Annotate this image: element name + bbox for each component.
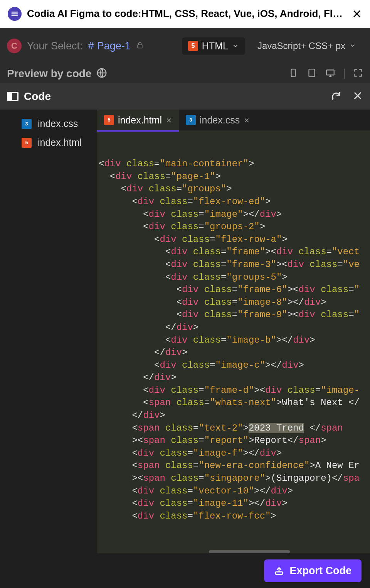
css-file-icon: 3 bbox=[186, 115, 196, 125]
svg-rect-3 bbox=[309, 69, 314, 77]
file-list: 3index.css5index.html bbox=[0, 110, 97, 553]
fullscreen-icon[interactable] bbox=[353, 68, 363, 79]
tabs: 5index.html3index.css bbox=[97, 110, 370, 130]
code-pane: 5index.html3index.css <div class="main-c… bbox=[97, 110, 370, 553]
code-line: <span class="new-era-confidence">A New E… bbox=[99, 460, 370, 472]
code-line: <div class="groups-5"> bbox=[99, 271, 370, 284]
tab-index-css[interactable]: 3index.css bbox=[179, 110, 257, 130]
export-label: Export Code bbox=[289, 565, 352, 577]
tablet-icon[interactable] bbox=[307, 68, 317, 79]
language-label: JavaScript+ CSS+ px bbox=[257, 41, 345, 51]
file-item[interactable]: 5index.html bbox=[0, 133, 97, 152]
app-header: Codia AI Figma to code:HTML, CSS, React,… bbox=[0, 0, 370, 28]
file-name: index.css bbox=[38, 118, 78, 129]
code-panel-header: Code bbox=[0, 83, 370, 110]
code-view[interactable]: <div class="main-container"> <div class=… bbox=[97, 130, 370, 553]
chevron-down-icon bbox=[232, 41, 239, 52]
svg-rect-4 bbox=[326, 70, 334, 75]
code-line: <span class="text-2">2023 Trend </span bbox=[99, 422, 370, 435]
code-panel-title: Code bbox=[24, 90, 51, 103]
code-line: <div class="frame-9"><div class=" bbox=[99, 309, 370, 321]
code-line: <div class="image-b"></div> bbox=[99, 334, 370, 347]
lock-icon[interactable] bbox=[136, 41, 144, 51]
editor: 3index.css5index.html 5index.html3index.… bbox=[0, 110, 370, 553]
close-icon[interactable] bbox=[166, 115, 172, 126]
code-line: <div class="page-1"> bbox=[99, 171, 370, 183]
code-line: ><span class="report">Report</span> bbox=[99, 434, 370, 447]
globe-icon[interactable] bbox=[96, 67, 108, 80]
file-item[interactable]: 3index.css bbox=[0, 114, 97, 133]
app-logo-icon bbox=[8, 7, 22, 21]
code-line: <div class="image-8"></div> bbox=[99, 296, 370, 309]
svg-rect-2 bbox=[291, 69, 296, 77]
language-dropdown[interactable]: JavaScript+ CSS+ px bbox=[251, 37, 363, 54]
code-line: <div class="groups"> bbox=[99, 183, 370, 196]
code-line: <div class="image-c"></div> bbox=[99, 359, 370, 372]
preview-bar: Preview by code bbox=[0, 64, 370, 83]
app-title: Codia AI Figma to code:HTML, CSS, React,… bbox=[27, 8, 346, 20]
code-line: </div> bbox=[99, 372, 370, 384]
mobile-icon[interactable] bbox=[288, 68, 298, 79]
code-line: <div class="frame-6"><div class=" bbox=[99, 284, 370, 296]
panel-icon bbox=[7, 92, 18, 101]
tab-index-html[interactable]: 5index.html bbox=[97, 110, 179, 130]
code-line: </div> bbox=[99, 409, 370, 422]
refresh-icon[interactable] bbox=[331, 90, 341, 103]
code-line: <div class="vector-10"></div> bbox=[99, 485, 370, 498]
html5-icon: 5 bbox=[188, 41, 198, 51]
select-label: Your Select: bbox=[27, 40, 83, 52]
code-line: <div class="frame"><div class="vect bbox=[99, 246, 370, 259]
hash-icon: # bbox=[88, 40, 94, 52]
code-line: </div> bbox=[99, 346, 370, 359]
page-selection[interactable]: # Page-1 bbox=[88, 40, 131, 52]
export-code-button[interactable]: Export Code bbox=[264, 559, 362, 582]
horizontal-scrollbar[interactable] bbox=[209, 550, 290, 553]
framework-label: HTML bbox=[202, 41, 228, 52]
code-line: <div class="flex-row-fcc"> bbox=[99, 510, 370, 523]
avatar[interactable]: C bbox=[7, 39, 22, 53]
page-name: Page-1 bbox=[97, 40, 131, 52]
file-name: index.html bbox=[38, 137, 82, 148]
code-line: <div class="main-container"> bbox=[99, 158, 370, 171]
code-line: </div> bbox=[99, 321, 370, 334]
preview-label: Preview by code bbox=[7, 68, 91, 80]
toolbar: C Your Select: # Page-1 5 HTML JavaScrip… bbox=[0, 28, 370, 64]
html-file-icon: 5 bbox=[104, 115, 114, 125]
framework-dropdown[interactable]: 5 HTML bbox=[182, 37, 245, 55]
code-line: <div class="groups-2"> bbox=[99, 221, 370, 233]
close-icon[interactable] bbox=[352, 8, 362, 19]
tab-label: index.html bbox=[118, 115, 162, 126]
code-line: <div class="flex-row-a"> bbox=[99, 233, 370, 246]
code-line: <div class="frame-3"><div class="ve bbox=[99, 259, 370, 271]
close-icon[interactable] bbox=[244, 115, 250, 126]
chevron-down-icon bbox=[349, 41, 356, 51]
desktop-icon[interactable] bbox=[325, 68, 335, 79]
divider bbox=[344, 69, 345, 79]
code-line: ><span class="singapore">(Singapore)</sp… bbox=[99, 472, 370, 485]
code-line: <div class="image-11"></div> bbox=[99, 497, 370, 510]
code-line: <div class="image-f"></div> bbox=[99, 447, 370, 460]
footer: Export Code bbox=[0, 553, 370, 588]
css-file-icon: 3 bbox=[22, 119, 32, 129]
svg-rect-5 bbox=[276, 572, 283, 574]
code-line: <div class="image"></div> bbox=[99, 208, 370, 221]
html-file-icon: 5 bbox=[22, 138, 32, 148]
code-line: <div class="frame-d"><div class="image- bbox=[99, 384, 370, 397]
code-line: <div class="flex-row-ed"> bbox=[99, 196, 370, 208]
svg-rect-0 bbox=[138, 45, 142, 48]
close-icon[interactable] bbox=[352, 90, 363, 103]
code-line: <span class="whats-next">What's Next </ bbox=[99, 397, 370, 409]
tab-label: index.css bbox=[200, 115, 240, 126]
